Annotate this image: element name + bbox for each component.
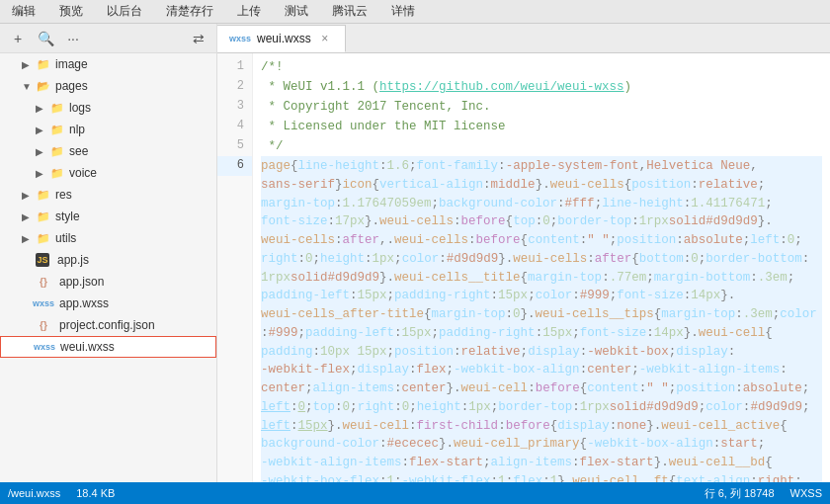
- tree-item-voice[interactable]: ▶ 📁 voice: [0, 162, 216, 184]
- tree-item-see[interactable]: ▶ 📁 see: [0, 140, 216, 162]
- tree-label: project.config.json: [59, 318, 155, 332]
- code-line-5: */: [261, 136, 822, 156]
- toolbar-preview[interactable]: 预览: [55, 1, 87, 22]
- new-file-button[interactable]: +: [8, 29, 28, 48]
- tree-label: image: [55, 57, 88, 71]
- folder-icon: 📁: [36, 209, 51, 224]
- tree-item-app-json[interactable]: ▶ {} app.json: [0, 271, 216, 293]
- css-punct: {: [290, 157, 298, 176]
- folder-icon: 📁: [36, 56, 51, 72]
- code-line-4: * Licensed under the MIT license: [261, 117, 822, 136]
- code-line-3: * Copyright 2017 Tencent, Inc.: [261, 97, 822, 117]
- folder-arrow: ▶: [36, 103, 49, 114]
- status-bar: /weui.wxss 18.4 KB 行 6, 列 18748 WXSS: [0, 482, 830, 504]
- status-path: /weui.wxss: [8, 487, 60, 499]
- comment-span: * Licensed under the MIT license: [261, 117, 506, 136]
- tree-label: weui.wxss: [60, 340, 115, 354]
- tree-item-res[interactable]: ▶ 📁 res: [0, 184, 216, 206]
- tree-label: nlp: [69, 123, 85, 136]
- toolbar-edit[interactable]: 编辑: [8, 1, 40, 22]
- folder-arrow: ▶: [36, 146, 49, 157]
- json-file-icon: {}: [36, 274, 51, 290]
- comment-span: * Copyright 2017 Tencent, Inc.: [261, 97, 491, 117]
- folder-arrow: ▶: [36, 125, 49, 135]
- status-encoding: WXSS: [790, 487, 822, 499]
- status-size: 18.4 KB: [76, 487, 115, 499]
- editor-content[interactable]: 1 2 3 4 5 6 /*! * WeUI v1.1.1 (https://g…: [217, 53, 830, 482]
- code-container: 1 2 3 4 5 6 /*! * WeUI v1.1.1 (https://g…: [217, 53, 830, 482]
- tab-icon: wxss: [229, 34, 251, 43]
- tree-item-app-js[interactable]: ▶ JS app.js: [0, 249, 216, 271]
- css-prop: line-height: [298, 157, 380, 176]
- search-button[interactable]: 🔍: [36, 29, 55, 48]
- editor-area: wxss weui.wxss × 1 2 3 4 5 6 /*!: [217, 24, 830, 482]
- status-right: 行 6, 列 18748 WXSS: [705, 486, 822, 501]
- collapse-button[interactable]: ⇄: [189, 29, 208, 48]
- code-line-2: * WeUI v1.1.1 (https://github.com/weui/w…: [261, 77, 822, 97]
- tree-label: logs: [69, 101, 91, 115]
- tree-item-pages[interactable]: ▼ 📂 pages: [0, 75, 216, 97]
- tree-label: app.json: [59, 275, 104, 289]
- folder-arrow: ▶: [22, 233, 36, 244]
- tab-filename: weui.wxss: [257, 32, 311, 45]
- folder-arrow: ▶: [22, 190, 36, 201]
- tree-item-image[interactable]: ▶ 📁 image: [0, 53, 216, 75]
- status-left: /weui.wxss 18.4 KB: [8, 487, 115, 499]
- line-num-5: 5: [217, 136, 252, 156]
- toolbar-upload[interactable]: 上传: [233, 1, 265, 22]
- line-num-6: 6: [217, 156, 252, 176]
- code-line-1: /*!: [261, 57, 822, 77]
- toolbar-backend[interactable]: 以后台: [103, 1, 146, 22]
- tree-label: see: [69, 144, 88, 158]
- folder-icon: 📁: [49, 165, 65, 181]
- tree-item-logs[interactable]: ▶ 📁 logs: [0, 97, 216, 119]
- folder-icon: 📁: [36, 187, 51, 203]
- code-lines: /*! * WeUI v1.1.1 (https://github.com/we…: [253, 53, 830, 482]
- tree-label: app.js: [57, 253, 89, 267]
- tree-label: utils: [55, 231, 76, 245]
- comment-span: /*!: [261, 57, 284, 77]
- line-num-2: 2: [217, 77, 252, 97]
- tree-item-weui-wxss[interactable]: ▶ wxss weui.wxss: [0, 336, 216, 358]
- tree-label: app.wxss: [59, 296, 109, 310]
- tab-bar: wxss weui.wxss ×: [217, 24, 830, 53]
- tree-label: style: [55, 210, 80, 223]
- tree-item-app-wxss[interactable]: ▶ wxss app.wxss: [0, 293, 216, 314]
- line-num-1: 1: [217, 57, 252, 77]
- toolbar-detail[interactable]: 详情: [387, 1, 419, 22]
- folder-icon: 📁: [49, 122, 65, 137]
- status-position: 行 6, 列 18748: [705, 486, 775, 501]
- main-area: + 🔍 ··· ⇄ ▶ 📁 image ▼ 📂 pages ▶ 📁 logs ▶…: [0, 24, 830, 482]
- folder-arrow: ▶: [22, 59, 36, 70]
- tree-item-utils[interactable]: ▶ 📁 utils: [0, 227, 216, 249]
- folder-icon: 📁: [49, 100, 65, 116]
- more-button[interactable]: ···: [63, 29, 83, 48]
- toolbar-test[interactable]: 测试: [281, 1, 312, 22]
- folder-icon: 📁: [49, 143, 65, 159]
- toolbar-clear[interactable]: 清楚存行: [162, 1, 217, 22]
- folder-arrow: ▶: [22, 211, 36, 222]
- line-num-4: 4: [217, 117, 252, 136]
- json-file-icon: {}: [36, 317, 51, 333]
- sidebar: + 🔍 ··· ⇄ ▶ 📁 image ▼ 📂 pages ▶ 📁 logs ▶…: [0, 24, 217, 482]
- tree-item-nlp[interactable]: ▶ 📁 nlp: [0, 119, 216, 140]
- folder-icon: 📂: [36, 78, 51, 94]
- js-file-icon: JS: [36, 253, 49, 267]
- folder-arrow: ▶: [36, 168, 49, 179]
- comment-span: */: [261, 136, 284, 156]
- top-toolbar: 编辑 预览 以后台 清楚存行 上传 测试 腾讯云 详情: [0, 0, 830, 24]
- tree-item-project-config[interactable]: ▶ {} project.config.json: [0, 314, 216, 336]
- sidebar-toolbar: + 🔍 ··· ⇄: [0, 24, 216, 53]
- line-num-3: 3: [217, 97, 252, 117]
- folder-arrow: ▼: [22, 81, 36, 92]
- tab-close-button[interactable]: ×: [317, 31, 333, 46]
- tree-item-style[interactable]: ▶ 📁 style: [0, 206, 216, 227]
- toolbar-tencent[interactable]: 腾讯云: [328, 1, 372, 22]
- tree-label: voice: [69, 166, 97, 180]
- tab-weui-wxss[interactable]: wxss weui.wxss ×: [217, 25, 346, 52]
- code-line-6: page{line-height:1.6;font-family:-apple-…: [261, 156, 822, 482]
- line-numbers: 1 2 3 4 5 6: [217, 53, 253, 482]
- folder-icon: 📁: [36, 230, 51, 246]
- wxss-file-icon: wxss: [36, 295, 51, 311]
- css-selector: page: [261, 157, 290, 176]
